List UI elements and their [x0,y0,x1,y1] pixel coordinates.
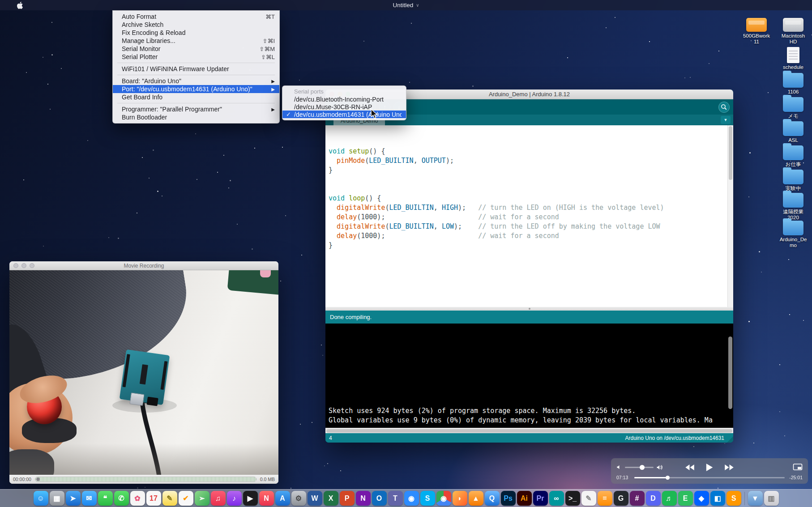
desktop-icon-arduino-demo[interactable]: Arduino_Demo [774,221,812,248]
dock-downloads-icon[interactable]: ▼ [748,491,763,506]
volume-max-icon[interactable] [656,464,663,470]
desktop-icon-schedule[interactable]: schedule [774,47,812,70]
desktop-icon-oshigoto[interactable]: お仕事 [774,145,812,167]
recording-timeline[interactable] [35,477,256,482]
menu-item-programmer[interactable]: Programmer: "Parallel Programmer" ▶ [113,105,279,113]
editor-scrollbar-thumb[interactable] [729,126,732,180]
zoom-button[interactable] [30,263,34,268]
serial-monitor-button[interactable] [718,102,730,113]
console-scrollbar-thumb[interactable] [728,337,732,409]
menu-item-get-board-info[interactable]: Get Board Info [113,93,279,101]
apple-menu[interactable] [17,2,23,9]
dock-arduino-icon[interactable]: ∞ [549,491,564,506]
tab-list-button[interactable]: ▼ [721,116,731,124]
dock-calculator-icon[interactable]: = [598,491,612,506]
menu-item-wifi-firmware-updater[interactable]: WiFi101 / WiFiNINA Firmware Updater [113,65,279,73]
dock-launchpad-icon[interactable]: ▦ [50,491,64,506]
volume-knob[interactable] [640,465,645,470]
dock-calendar-icon[interactable]: 17 [146,491,161,506]
star [61,68,62,69]
menu-item-serial-monitor[interactable]: Serial Monitor ⇧⌘M [113,45,279,53]
dock-slack-icon[interactable]: # [630,491,645,506]
submenu-item-muse-port[interactable]: /dev/cu.Muse-30CB-RN-iAP [282,103,406,111]
dock-github-icon[interactable]: G [614,491,628,506]
rewind-button[interactable] [685,464,695,470]
desktop-icon-memo[interactable]: メモ [774,97,812,119]
dock-podcasts-icon[interactable]: ♪ [227,491,242,506]
dock-quicktime-icon[interactable]: Q [485,491,500,506]
menu-item-fix-encoding[interactable]: Fix Encoding & Reload [113,29,279,37]
dock-chrome-icon[interactable]: ◉ [436,491,451,506]
menu-item-board[interactable]: Board: "Arduino Uno" ▶ [113,77,279,85]
pane-splitter[interactable] [325,307,733,311]
dock-outlook-icon[interactable]: O [372,491,387,506]
dock-onenote-icon[interactable]: N [356,491,371,506]
fast-forward-button[interactable] [725,464,734,470]
dock-mail-icon[interactable]: ✉ [82,491,97,506]
dock-system-preferences-icon[interactable]: ⚙ [291,491,306,506]
console-horizontal-scrollbar[interactable] [325,428,733,433]
dock-notes-icon[interactable]: ✎ [162,491,177,506]
dock-app-store-icon[interactable]: A [275,491,290,506]
desktop-icon-enkaku-jugyou[interactable]: 遠隔授業 2020 [774,193,812,221]
dock-vscode-icon[interactable]: ◧ [710,491,725,506]
dock-maps-icon[interactable]: ➢ [195,491,209,506]
dock-photoshop-icon[interactable]: Ps [501,491,516,506]
pip-button[interactable] [793,464,803,471]
volume-mute-icon[interactable] [616,464,622,470]
dock-spotify-icon[interactable]: ♬ [662,491,677,506]
submenu-item-usbmodem-port[interactable]: ✓ /dev/cu.usbmodem14631 (Arduino Uno) [282,111,406,118]
resize-grip[interactable] [727,436,733,443]
close-button[interactable] [13,263,18,268]
dock-skype-icon[interactable]: S [420,491,435,506]
desktop-icon-macintosh-hd[interactable]: Macintosh HD [774,18,812,45]
dock-trash-icon[interactable]: ▥ [764,491,779,506]
dock-teams-icon[interactable]: T [388,491,403,506]
menu-item-manage-libraries[interactable]: Manage Libraries... ⇧⌘I [113,37,279,45]
menubar-window-title[interactable]: Untitled ∨ [393,2,419,9]
menu-item-serial-plotter[interactable]: Serial Plotter ⇧⌘L [113,53,279,61]
dock-safari-icon[interactable]: ➤ [66,491,81,506]
play-button[interactable] [706,464,713,471]
dock-textedit-icon[interactable]: ✎ [581,491,596,506]
dock-facetime-icon[interactable]: ✆ [114,491,129,506]
dock-messages-icon[interactable]: ❝ [98,491,113,506]
menu-item-archive-sketch[interactable]: Archive Sketch [113,21,279,29]
menu-item-burn-bootloader[interactable]: Burn Bootloader [113,113,279,121]
menu-item-port[interactable]: Port: "/dev/cu.usbmodem14631 (Arduino Un… [113,85,279,93]
code-editor[interactable]: void setup() { pinMode(LED_BUILTIN, OUTP… [325,125,733,307]
menu-item-auto-format[interactable]: Auto Format ⌘T [113,13,279,21]
dock-photos-icon[interactable]: ✿ [130,491,145,506]
dock-discord-icon[interactable]: D [646,491,661,506]
dock-firefox-icon[interactable]: ◗ [453,491,467,506]
dock-word-icon[interactable]: W [308,491,322,506]
dock-music-icon[interactable]: ♫ [211,491,226,506]
dock-powerpoint-icon[interactable]: P [340,491,355,506]
editor-scrollbar[interactable] [727,125,733,307]
desktop-icon-500gbwork[interactable]: 500GBwork 11 [738,18,775,45]
minimize-button[interactable] [21,263,26,268]
dock-evernote-icon[interactable]: E [678,491,693,506]
movie-titlebar[interactable]: Movie Recording [9,261,278,270]
dock-illustrator-icon[interactable]: Ai [517,491,532,506]
console-horizontal-thumb[interactable] [326,429,732,433]
desktop-icon-1106[interactable]: 1106 [774,73,812,95]
submenu-item-bluetooth-incoming-port[interactable]: /dev/cu.Bluetooth-Incoming-Port [282,95,406,103]
dock-vlc-icon[interactable]: ▲ [469,491,483,506]
desktop-icon-jikkenchu[interactable]: 実験中 [774,170,812,192]
volume-slider[interactable] [625,467,654,468]
dock-premiere-icon[interactable]: Pr [533,491,548,506]
seek-bar[interactable] [634,477,785,478]
desktop-icon-asl[interactable]: ASL [774,121,812,143]
dock-dropbox-icon[interactable]: ◆ [694,491,709,506]
seek-knob[interactable] [666,476,670,480]
dock-terminal-icon[interactable]: >_ [565,491,580,506]
dock-excel-icon[interactable]: X [324,491,338,506]
dock-reminders-icon[interactable]: ✔ [179,491,193,506]
dock-tv-icon[interactable]: ▶ [243,491,258,506]
dock-news-icon[interactable]: N [259,491,274,506]
console-output[interactable]: Sketch uses 924 bytes (2%) of program st… [325,324,733,428]
dock-zoom-icon[interactable]: ◉ [404,491,419,506]
dock-finder-icon[interactable]: ☺ [34,491,48,506]
dock-sublime-icon[interactable]: S [727,491,741,506]
